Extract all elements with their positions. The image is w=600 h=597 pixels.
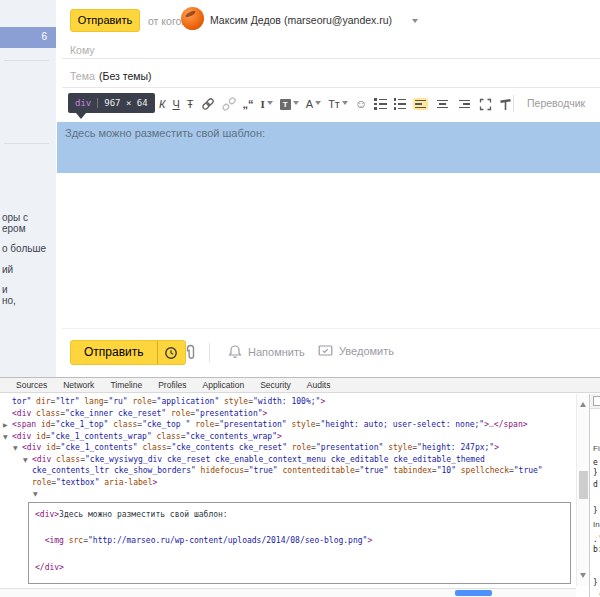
devtools-tab-application[interactable]: Application	[195, 378, 253, 392]
styles-fragment: }	[593, 578, 598, 587]
tree-expand-arrow-icon[interactable]: ▼	[3, 431, 12, 443]
styles-fragment: Fi	[593, 444, 600, 453]
tree-expand-arrow-icon[interactable]: ▶	[3, 419, 12, 431]
tree-arrow-spacer	[23, 465, 32, 477]
devtools-tab-audits[interactable]: Audits	[299, 378, 339, 392]
align-right-button[interactable]	[457, 98, 472, 111]
schedule-send-button[interactable]	[158, 341, 185, 364]
clear-formatting-icon[interactable]	[499, 98, 512, 111]
toolbar-divider	[513, 95, 514, 112]
chevron-down-icon	[267, 101, 273, 108]
ordered-list-button[interactable]	[374, 98, 387, 110]
sidebar-divider	[4, 60, 49, 61]
devtools-code-line[interactable]: ▼<div class="cke_wysiwyg_div cke_reset c…	[0, 454, 576, 466]
devtools-code-line[interactable]: role="textbox" aria-label>	[0, 477, 576, 489]
styles-fragment: }	[593, 506, 598, 515]
italic-button[interactable]: К	[159, 97, 165, 111]
devtools-tab-security[interactable]: Security	[252, 378, 299, 392]
devtools-html-edit-box[interactable]: <div>Здесь можно разместить свой шаблон:…	[28, 502, 571, 584]
devtools-horizontal-scrollbar[interactable]	[0, 588, 576, 597]
attach-file-button[interactable]	[183, 344, 198, 365]
devtools-code-line[interactable]: ▼	[0, 488, 576, 500]
subject-field-underline	[62, 87, 600, 88]
remind-button[interactable]: Напомнить	[228, 344, 305, 359]
vertical-scrollbar-thumb[interactable]	[579, 471, 588, 499]
unread-count-badge: 6	[41, 31, 47, 42]
styles-pane-header	[590, 394, 600, 409]
emoji-button[interactable]: ☺	[355, 97, 367, 111]
sidebar-divider	[4, 143, 49, 144]
devtools-code-line[interactable]: ▶<span id="cke_1_top" class="cke_top " r…	[0, 419, 576, 431]
chevron-down-icon[interactable]	[412, 19, 418, 26]
underline-button[interactable]: Ч	[172, 97, 179, 111]
inspect-tooltip-arrow	[76, 113, 86, 124]
devtools-code-line[interactable]: cke_contents_ltr cke_show_borders" hidef…	[0, 465, 576, 477]
inspect-tooltip-tag: div	[75, 98, 91, 108]
notify-button[interactable]: Уведомить	[318, 344, 394, 357]
background-color-icon: T	[280, 99, 291, 110]
styles-fragment: .'	[593, 593, 600, 597]
horizontal-scrollbar-thumb[interactable]	[455, 590, 492, 596]
sender-avatar	[181, 7, 204, 30]
unlink-icon[interactable]	[222, 97, 236, 111]
tree-expand-arrow-icon[interactable]: ▼	[13, 442, 22, 454]
to-field[interactable]: Кому	[70, 44, 95, 56]
sender-email-dropdown[interactable]: (marseoru@yandex.ru)	[284, 14, 392, 26]
clock-icon	[164, 346, 178, 360]
font-color-icon: A	[306, 97, 313, 111]
devtools-panel: SourcesNetworkTimelineProfilesApplicatio…	[0, 377, 600, 597]
link-icon[interactable]	[201, 97, 215, 111]
devtools-styles-pane: Fie}d}In.'b:}.'	[589, 394, 600, 597]
unordered-list-button[interactable]	[394, 98, 407, 110]
remind-label: Напомнить	[248, 346, 305, 358]
tree-expand-arrow-icon[interactable]: ▼	[33, 488, 42, 500]
message-body-text: Здесь можно разместить свой шаблон:	[65, 127, 265, 139]
strikethrough-button[interactable]: Ŧ	[187, 97, 194, 111]
devtools-tab-timeline[interactable]: Timeline	[102, 378, 150, 392]
styles-filter-box[interactable]	[593, 396, 600, 406]
insert-template-dropdown[interactable]: I	[261, 97, 273, 111]
subject-field[interactable]: (Без темы)	[99, 70, 152, 82]
font-color-dropdown[interactable]: A	[306, 97, 321, 111]
chevron-down-icon	[342, 101, 348, 108]
devtools-vertical-scrollbar[interactable]	[576, 394, 589, 586]
align-center-button[interactable]	[435, 98, 450, 111]
styles-fragment: In	[593, 520, 600, 529]
background-color-dropdown[interactable]: T	[280, 99, 299, 110]
styles-fragment: e	[593, 458, 598, 467]
mail-folders-sidebar: 6 оры серомо большеийино,	[0, 0, 56, 377]
devtools-code-line[interactable]: ▼<div id="cke_1_contents_wrap" class="ck…	[0, 431, 576, 443]
inspect-highlight-overlay: Здесь можно разместить свой шаблон:	[57, 122, 600, 173]
devtools-tab-profiles[interactable]: Profiles	[150, 378, 194, 392]
devtools-code-line[interactable]: tor" dir="ltr" lang="ru" role="applicati…	[0, 396, 576, 408]
devtools-tab-network[interactable]: Network	[55, 378, 102, 392]
envelope-icon	[318, 344, 333, 357]
insert-template-icon: I	[261, 97, 265, 111]
devtools-tab-sources[interactable]: Sources	[8, 378, 55, 392]
send-button-label: Отправить	[71, 341, 157, 364]
message-body-editor[interactable]: Здесь можно разместить свой шаблон:	[57, 117, 600, 328]
inspect-tooltip-size: 967 × 64	[104, 98, 147, 108]
subject-label: Тема	[70, 70, 95, 82]
styles-fragment: d	[593, 480, 598, 489]
tree-expand-arrow-icon[interactable]: ▼	[23, 454, 32, 466]
scroll-down-arrow-icon[interactable]	[580, 573, 586, 581]
tree-arrow-spacer	[23, 477, 32, 489]
devtools-tab-bar: SourcesNetworkTimelineProfilesApplicatio…	[0, 378, 600, 393]
fullscreen-icon[interactable]	[479, 98, 492, 111]
bell-icon	[228, 344, 242, 359]
font-size-icon: Tт	[328, 97, 340, 111]
align-left-button[interactable]	[413, 98, 428, 111]
translator-link[interactable]: Переводчик	[527, 97, 585, 109]
scroll-up-arrow-icon[interactable]	[580, 399, 586, 407]
devtools-code-line[interactable]: ▼<div id="cke_1_contents" class="cke_con…	[0, 442, 576, 454]
editor-bottom-divider	[62, 328, 600, 329]
send-button-bottom[interactable]: Отправить	[70, 340, 186, 365]
styles-fragment: b:	[593, 545, 600, 554]
quote-button[interactable]: „“	[243, 97, 254, 111]
sidebar-selected-folder[interactable]: 6	[0, 27, 56, 48]
paperclip-icon	[183, 344, 198, 361]
font-size-dropdown[interactable]: Tт	[328, 97, 348, 111]
send-button-top[interactable]: Отправить	[70, 9, 140, 32]
devtools-code-line[interactable]: <div class="cke_inner cke_reset" role="p…	[0, 408, 576, 420]
